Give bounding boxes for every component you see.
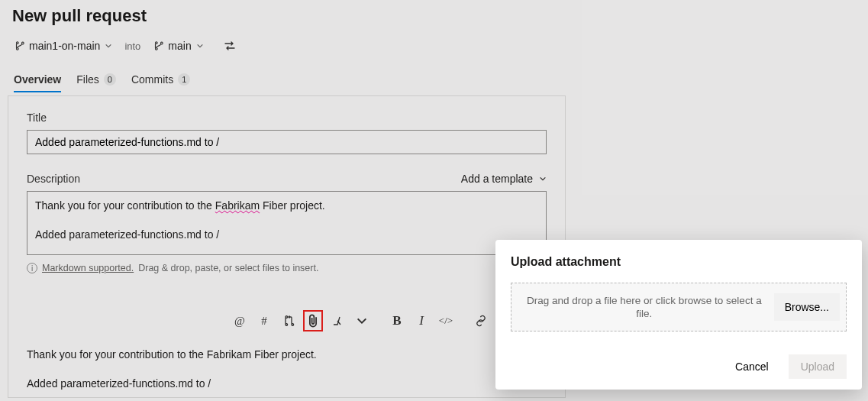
cancel-button[interactable]: Cancel: [723, 354, 781, 379]
upload-attachment-modal: Upload attachment Drag and drop a file h…: [495, 240, 862, 390]
modal-title: Upload attachment: [511, 255, 847, 269]
browse-button[interactable]: Browse...: [774, 293, 840, 321]
upload-button[interactable]: Upload: [789, 354, 847, 379]
file-dropzone[interactable]: Drag and drop a file here or click brows…: [511, 283, 847, 331]
dropzone-text: Drag and drop a file here or click brows…: [522, 294, 766, 320]
